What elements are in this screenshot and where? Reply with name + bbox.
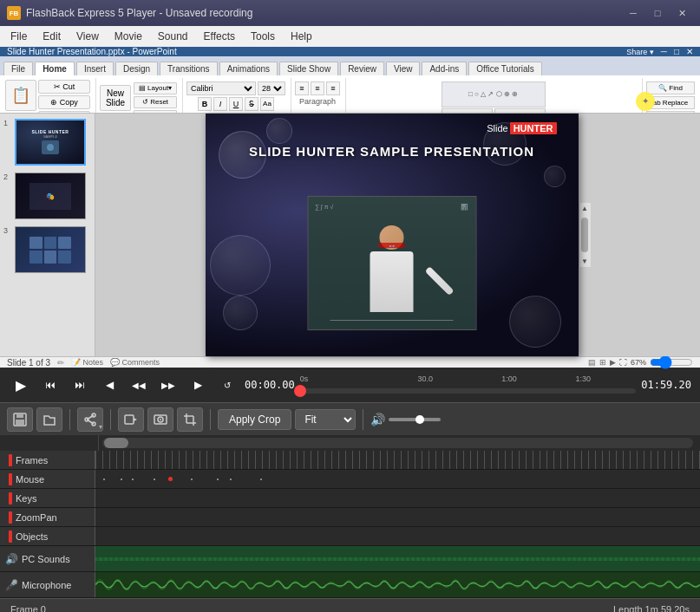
layout-button[interactable]: ▤ Layout▾	[134, 82, 177, 94]
zoom-slider[interactable]	[650, 358, 693, 367]
shadow-button[interactable]: Aa	[260, 97, 274, 111]
pp-close[interactable]: ✕	[686, 47, 693, 56]
menu-edit[interactable]: Edit	[36, 29, 68, 44]
pp-tab-insert[interactable]: Insert	[76, 62, 114, 75]
save-button[interactable]	[7, 407, 33, 432]
zoompan-track-content[interactable]	[95, 508, 700, 526]
pp-tab-transitions[interactable]: Transitions	[160, 62, 218, 75]
underline-button[interactable]: U	[229, 97, 243, 111]
pp-tab-design[interactable]: Design	[115, 62, 158, 75]
find-button[interactable]: 🔍 Find	[646, 81, 695, 94]
horizontal-scrollbar-track[interactable]	[102, 438, 693, 448]
copy-button[interactable]: ⊕ Copy	[38, 95, 90, 109]
microphone-content[interactable]	[95, 572, 700, 597]
menu-sound[interactable]: Sound	[151, 29, 195, 44]
apply-crop-button[interactable]: Apply Crop	[218, 409, 291, 430]
audio-label-microphone: 🎤 Microphone	[0, 572, 95, 597]
menu-tools[interactable]: Tools	[244, 29, 282, 44]
italic-button[interactable]: I	[213, 97, 227, 111]
font-size-select[interactable]: 28	[258, 81, 285, 95]
loop-button[interactable]: ↺	[215, 373, 239, 397]
play-button[interactable]: ▶	[9, 373, 33, 397]
scroll-up-arrow[interactable]: ▲	[581, 205, 588, 212]
font-name-select[interactable]: Calibri	[186, 81, 256, 95]
reset-button[interactable]: ↺ Reset	[134, 96, 177, 108]
pp-tab-view[interactable]: View	[386, 62, 421, 75]
screenshot-button[interactable]	[147, 407, 173, 432]
align-left-button[interactable]: ≡	[295, 81, 309, 95]
timeline-ruler[interactable]: 0s 30.0 1:00 1:30	[300, 373, 636, 397]
bold-button[interactable]: B	[198, 97, 212, 111]
view-reading-btn[interactable]: ▶	[610, 358, 616, 367]
separator-3	[210, 409, 211, 430]
pp-tab-addins[interactable]: Add-ins	[422, 62, 467, 75]
keys-track-content[interactable]	[95, 489, 700, 507]
close-button[interactable]: ✕	[671, 4, 693, 22]
pc-sounds-content[interactable]	[95, 546, 700, 571]
menu-effects[interactable]: Effects	[197, 29, 242, 44]
cursor-highlight: ✦	[636, 92, 655, 111]
thumb-content-1: SLIDE HUNTER SAMPLE	[16, 120, 84, 164]
export-video-button[interactable]	[118, 407, 144, 432]
timeline-playhead[interactable]	[294, 385, 306, 397]
scroll-thumb[interactable]	[581, 218, 588, 252]
view-normal-btn[interactable]: ▤	[588, 358, 596, 367]
scroll-down-arrow[interactable]: ▼	[581, 257, 588, 265]
menu-file[interactable]: File	[3, 29, 34, 44]
volume-thumb[interactable]	[415, 415, 424, 424]
menu-help[interactable]: Help	[284, 29, 319, 44]
minimize-button[interactable]: ─	[622, 4, 644, 22]
paste-button[interactable]: 📋	[5, 80, 36, 111]
pp-tab-file[interactable]: File	[3, 62, 33, 75]
pp-thumb-img-3[interactable]	[15, 226, 86, 273]
crop-tool-button[interactable]	[177, 407, 203, 432]
pp-thumb-img-1[interactable]: SLIDE HUNTER SAMPLE	[15, 119, 86, 166]
volume-slider[interactable]	[389, 418, 441, 421]
next-frame-button[interactable]: ▶	[186, 373, 210, 397]
share-button[interactable]: ▾	[77, 407, 103, 432]
step-back-button[interactable]: ◀◀	[127, 373, 151, 397]
menu-movie[interactable]: Movie	[108, 29, 149, 44]
current-time-display: 00:00.00	[245, 379, 295, 391]
new-slide-button[interactable]: NewSlide	[100, 85, 131, 111]
pp-share-btn[interactable]: Share ▾	[626, 48, 654, 56]
pp-thumb-2[interactable]: 2 🎭	[3, 173, 91, 219]
view-slide-sorter-btn[interactable]: ⊞	[599, 358, 606, 367]
notes-btn[interactable]: 📝 Notes	[71, 358, 103, 367]
pp-tab-animations[interactable]: Animations	[219, 62, 278, 75]
align-center-button[interactable]: ≡	[311, 81, 324, 95]
pp-maximize[interactable]: □	[674, 47, 679, 56]
pp-right-scrollbar[interactable]: ▲ ▼	[579, 203, 591, 267]
pp-thumb-1[interactable]: 1 SLIDE HUNTER SAMPLE	[3, 119, 91, 166]
pp-tab-office[interactable]: Office Tutorials	[468, 62, 542, 75]
view-presenter-btn[interactable]: ⛶	[619, 358, 627, 367]
pp-tab-review[interactable]: Review	[340, 62, 384, 75]
prev-frame-button[interactable]: ◀	[97, 373, 121, 397]
fit-select[interactable]: Fit 50% 75% 100%	[295, 409, 356, 430]
skip-to-start-button[interactable]: ⏮	[38, 373, 62, 397]
pp-tab-home[interactable]: Home	[35, 62, 75, 75]
pp-tab-slideshow[interactable]: Slide Show	[279, 62, 338, 75]
timeline-track[interactable]	[300, 388, 636, 394]
align-right-button[interactable]: ≡	[326, 81, 340, 95]
cut-button[interactable]: ✂ Cut	[38, 80, 90, 94]
pp-thumb-3[interactable]: 3	[3, 226, 91, 273]
mouse-track-content[interactable]	[95, 470, 700, 488]
strikethrough-button[interactable]: S̶	[245, 97, 258, 111]
comments-btn[interactable]: 💬 Comments	[110, 358, 160, 367]
menu-view[interactable]: View	[69, 29, 106, 44]
open-button[interactable]	[36, 407, 62, 432]
pp-thumb-img-2[interactable]: 🎭	[15, 173, 86, 219]
skip-to-end-button[interactable]: ⏭	[68, 373, 92, 397]
horizontal-scrollbar-thumb[interactable]	[104, 438, 128, 448]
arrange-button[interactable]: Arrange▾	[442, 108, 493, 114]
step-forward-button[interactable]: ▶▶	[156, 373, 180, 397]
bubble-2	[266, 118, 292, 144]
maximize-button[interactable]: □	[646, 4, 669, 22]
pp-minimize[interactable]: ─	[661, 47, 667, 56]
quick-styles-button[interactable]: Styles▾	[494, 108, 546, 114]
track-label-keys: Keys	[0, 489, 95, 507]
font-group: Calibri 28 B I U S̶ Aa Font	[186, 78, 291, 114]
frames-track-content[interactable]	[95, 451, 700, 469]
objects-track-content[interactable]	[95, 527, 700, 545]
